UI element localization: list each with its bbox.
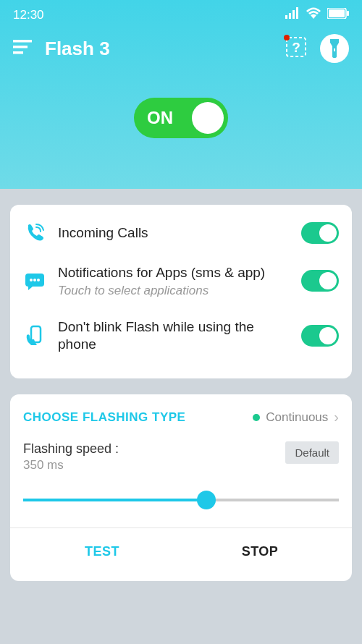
svg-rect-2 xyxy=(292,10,295,19)
svg-rect-12 xyxy=(334,48,335,51)
svg-rect-7 xyxy=(13,40,32,43)
notification-dot-icon xyxy=(284,35,290,41)
help-button[interactable]: ? xyxy=(285,36,307,61)
phone-icon xyxy=(23,222,46,244)
app-title: Flash 3 xyxy=(45,38,285,60)
status-indicators xyxy=(285,7,349,22)
flashing-card: CHOOSE FLASHING TYPE Continuous › Flashi… xyxy=(10,394,352,581)
options-card: Incoming Calls Notifications for Apps (s… xyxy=(10,205,352,378)
svg-rect-5 xyxy=(329,9,345,17)
section-title: CHOOSE FLASHING TYPE xyxy=(23,410,185,425)
speed-row: Flashing speed : 350 ms Default xyxy=(23,441,339,473)
action-buttons: TEST STOP xyxy=(23,528,339,567)
wifi-icon xyxy=(306,7,321,22)
option-sublabel: Touch to select applications xyxy=(58,284,290,298)
status-dot-icon xyxy=(253,414,260,421)
phone-in-hand-icon xyxy=(23,325,46,347)
no-blink-toggle[interactable] xyxy=(301,325,339,347)
option-no-blink[interactable]: Don't blink Flash while using the phone xyxy=(23,308,339,364)
svg-rect-1 xyxy=(289,13,291,19)
header: 12:30 Flash 3 ? ON xyxy=(0,0,362,189)
flashlight-icon xyxy=(327,39,342,58)
speed-label: Flashing speed : xyxy=(23,441,119,457)
default-button[interactable]: Default xyxy=(285,441,339,464)
slider-thumb-icon[interactable] xyxy=(197,491,216,509)
test-button[interactable]: TEST xyxy=(23,528,181,567)
flashing-type-row: CHOOSE FLASHING TYPE Continuous › xyxy=(23,409,339,425)
content: Incoming Calls Notifications for Apps (s… xyxy=(0,189,362,581)
svg-rect-8 xyxy=(13,46,28,48)
main-toggle-label: ON xyxy=(147,108,173,128)
chevron-right-icon: › xyxy=(334,409,339,425)
svg-point-14 xyxy=(30,279,33,281)
main-toggle[interactable]: ON xyxy=(134,98,228,138)
notifications-toggle[interactable] xyxy=(301,270,339,292)
speed-value: 350 ms xyxy=(23,458,119,473)
svg-rect-3 xyxy=(296,7,298,19)
torch-button[interactable] xyxy=(320,34,349,63)
option-label: Don't blink Flash while using the phone xyxy=(58,318,290,354)
status-time: 12:30 xyxy=(13,8,44,22)
svg-rect-0 xyxy=(285,15,287,19)
calls-toggle[interactable] xyxy=(301,222,339,244)
flashing-type-label: Continuous xyxy=(266,410,328,425)
toggle-knob-icon xyxy=(192,102,224,134)
slider-fill xyxy=(23,499,206,501)
status-bar: 12:30 xyxy=(0,0,362,27)
flashing-type-select[interactable]: Continuous › xyxy=(253,409,339,425)
battery-icon xyxy=(327,8,349,22)
svg-rect-9 xyxy=(13,51,23,54)
svg-rect-6 xyxy=(347,11,349,16)
signal-icon xyxy=(285,7,300,22)
svg-text:?: ? xyxy=(292,40,300,55)
menu-icon[interactable] xyxy=(13,40,32,57)
svg-point-16 xyxy=(37,279,40,281)
option-label: Notifications for Apps (sms & app) xyxy=(58,264,290,282)
stop-button[interactable]: STOP xyxy=(181,528,339,567)
speed-slider[interactable] xyxy=(23,486,339,514)
main-toggle-area: ON xyxy=(0,76,362,189)
message-icon xyxy=(23,271,46,291)
option-label: Incoming Calls xyxy=(58,224,290,242)
option-incoming-calls[interactable]: Incoming Calls xyxy=(23,219,339,254)
svg-point-15 xyxy=(33,279,36,281)
app-bar: Flash 3 ? xyxy=(0,27,362,76)
option-notifications[interactable]: Notifications for Apps (sms & app) Touch… xyxy=(23,254,339,308)
